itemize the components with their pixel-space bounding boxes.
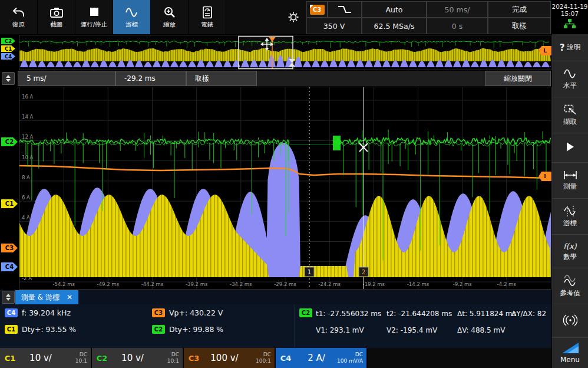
- sidebar-item-run[interactable]: [552, 133, 588, 163]
- sidebar-item-reference[interactable]: 參考值: [552, 268, 588, 304]
- channel-scale: 10 v/: [20, 353, 61, 363]
- menu-button[interactable]: Menu: [552, 338, 588, 368]
- stop-icon: [87, 6, 101, 19]
- sidebar-item-acquire[interactable]: 擷取: [552, 97, 588, 133]
- zoom-acq-cell[interactable]: 取樣: [186, 71, 257, 86]
- trigger-slope-cell[interactable]: [328, 1, 362, 18]
- undo-button[interactable]: 復原: [0, 0, 38, 34]
- waveform-canvas[interactable]: 16 A14 A12 A10 A8 A6 A4 A2 A0 A-2 A-54.2…: [19, 87, 551, 289]
- reference-icon: [563, 274, 577, 287]
- cursor-t1: t1: -27.556032 ms: [316, 310, 381, 318]
- channel-name: C1: [0, 354, 20, 363]
- zoom-scale-cell[interactable]: 5 ms/: [18, 71, 115, 86]
- svg-text:-39.2 ms: -39.2 ms: [186, 281, 208, 287]
- right-sidebar: ? 說明 水平 擷取 測量 游標 f(x) 數學 參考值: [551, 34, 588, 368]
- zoom-button[interactable]: 縮放: [151, 0, 189, 34]
- sidebar-item-label: 測量: [563, 182, 577, 191]
- channel-block-c4[interactable]: C4 2 A/ DC100 mV/A: [276, 348, 368, 368]
- trigger-level-cell[interactable]: 350 V: [306, 18, 362, 34]
- results-tab-row: 測量 & 游標 ✕: [0, 290, 551, 304]
- timebase-cell[interactable]: 50 ms/: [427, 1, 488, 18]
- measurement-value: Vp+: 430.22 V: [169, 308, 223, 317]
- settings-button[interactable]: [288, 12, 299, 25]
- up-arrow-icon: [6, 294, 11, 297]
- waveform-display[interactable]: 16 A14 A12 A10 A8 A6 A4 A2 A0 A-2 A-54.2…: [19, 87, 551, 290]
- cursor-dv: ΔV: 488.5 mV: [457, 326, 505, 334]
- cursor-v1: V1: 293.1 mV: [316, 326, 364, 334]
- meter-icon: [200, 6, 214, 19]
- down-arrow-icon: [6, 79, 11, 82]
- horizontal-scroll-control[interactable]: [2, 72, 15, 85]
- channel-marker-c2[interactable]: C2: [1, 137, 18, 146]
- undo-label: 復原: [12, 21, 25, 29]
- run-stop-button[interactable]: 運行/停止: [75, 0, 113, 34]
- overview-badge-c2[interactable]: C2: [1, 38, 15, 44]
- measurement-item: C3 Vp+: 430.22 V: [152, 308, 223, 317]
- help-icon: ?: [560, 42, 565, 53]
- zoom-label: 縮放: [163, 21, 176, 29]
- svg-text:16 A: 16 A: [22, 94, 34, 100]
- measurement-value: f: 39.204 kHz: [22, 308, 71, 317]
- top-toolbar: 復原 截圖 運行/停止 游標 縮放 電錶: [0, 0, 551, 34]
- acq-mode-cell[interactable]: 取樣: [488, 18, 551, 34]
- cursor-label: 游標: [125, 21, 138, 29]
- date-text: 2024-11-19: [551, 3, 588, 10]
- sidebar-item-label: 參考值: [560, 289, 580, 298]
- overview-badge-c1[interactable]: C1: [1, 45, 15, 52]
- channel-badge-c1: C1: [5, 325, 18, 334]
- sidebar-item-probe[interactable]: [552, 304, 588, 338]
- svg-text:-29.2 ms: -29.2 ms: [274, 281, 296, 287]
- channel-badge-c2: C2: [299, 308, 312, 317]
- sidebar-item-label: 說明: [567, 43, 580, 52]
- channel-block-c3[interactable]: C3 100 v/ DC100:1: [184, 348, 276, 368]
- channel-marker-c4[interactable]: C4: [1, 262, 18, 271]
- sidebar-item-help[interactable]: ? 說明: [552, 34, 588, 61]
- channel-probe-info: DC100 mV/A: [337, 351, 366, 364]
- horizontal-position-cell[interactable]: 0 s: [427, 18, 488, 34]
- svg-text:6 A: 6 A: [22, 195, 30, 201]
- horizontal-icon: [563, 68, 577, 80]
- overview-badge-c4[interactable]: C4: [1, 53, 15, 60]
- close-icon[interactable]: ✕: [67, 293, 72, 301]
- acq-state-cell[interactable]: 完成: [488, 1, 551, 18]
- svg-text:-49.2 ms: -49.2 ms: [97, 281, 120, 287]
- sidebar-item-measure[interactable]: 測量: [552, 163, 588, 199]
- sidebar-item-label: 數學: [563, 252, 577, 261]
- measurement-item: C2 Dty+: 99.88 %: [152, 325, 223, 334]
- badge-corner: [310, 5, 313, 8]
- channel-block-c1[interactable]: C1 10 v/ DC10:1: [0, 348, 92, 368]
- channel-marker-c3[interactable]: C3: [1, 244, 18, 252]
- channel-badge-c2: C2: [152, 325, 165, 334]
- channel-scale: 10 v/: [112, 353, 153, 363]
- sidebar-item-math[interactable]: f(x) 數學: [552, 235, 588, 268]
- results-expand-control[interactable]: [2, 291, 15, 304]
- svg-text:-9.2 ms: -9.2 ms: [453, 281, 473, 287]
- meter-button[interactable]: 電錶: [189, 0, 226, 34]
- channel-block-c2[interactable]: C2 10 v/ DC10:1: [92, 348, 184, 368]
- trigger-source-cell[interactable]: C3: [306, 1, 328, 18]
- zoom-toggle-button[interactable]: 縮放關閉: [485, 71, 551, 86]
- channel-scale: 100 v/: [204, 353, 245, 363]
- overview-strip[interactable]: [19, 35, 551, 70]
- svg-text:-34.2 ms: -34.2 ms: [230, 281, 252, 287]
- screenshot-label: 截圖: [50, 21, 62, 29]
- sidebar-item-cursor[interactable]: 游標: [552, 199, 588, 235]
- rs-logo-icon: [561, 342, 579, 354]
- up-arrow-icon: [6, 75, 11, 78]
- svg-text:-14.2 ms: -14.2 ms: [407, 281, 430, 287]
- sidebar-item-horizontal[interactable]: 水平: [552, 61, 588, 97]
- channel-probe-info: DC10:1: [61, 351, 91, 364]
- screenshot-button[interactable]: 截圖: [38, 0, 75, 34]
- svg-text:-4.2 ms: -4.2 ms: [497, 281, 517, 287]
- time-text: 15:07: [551, 10, 588, 17]
- cursor-button[interactable]: 游標: [113, 0, 151, 34]
- tab-label: 測量 & 游標: [21, 293, 60, 303]
- trigger-mode-cell[interactable]: Auto: [362, 1, 427, 18]
- cursor-v2: V2: -195.4 mV: [387, 326, 437, 334]
- zoom-offset-cell[interactable]: -29.2 ms: [115, 71, 186, 86]
- down-arrow-icon: [6, 298, 11, 301]
- tab-measure-cursor[interactable]: 測量 & 游標 ✕: [15, 290, 78, 304]
- channel-marker-c1[interactable]: C1: [1, 199, 18, 208]
- overview-canvas[interactable]: [19, 35, 551, 70]
- sample-rate-cell[interactable]: 62.5 MSa/s: [362, 18, 427, 34]
